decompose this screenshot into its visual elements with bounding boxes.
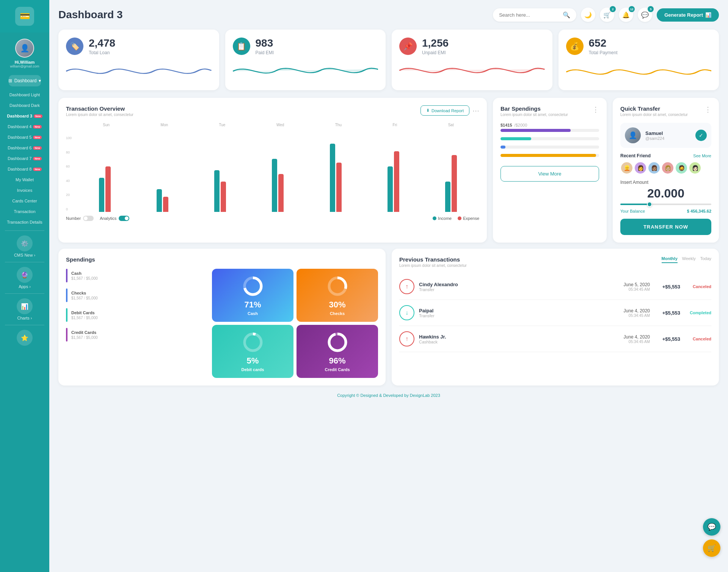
stat-label-loan: Total Loan	[89, 50, 115, 55]
view-more-button[interactable]: View More	[500, 166, 599, 182]
bar-spendings-more-icon[interactable]: ⋮	[592, 105, 599, 114]
charts-icon-button[interactable]: 📊	[17, 298, 33, 314]
sidebar-item-label: Dashboard 7	[8, 156, 31, 161]
sidebar-item-cardscenter[interactable]: Cards Center	[0, 196, 49, 206]
sidebar-item-transactiondetails[interactable]: Transaction Details	[0, 217, 49, 227]
cms-icon-button[interactable]: ⚙️	[17, 235, 33, 251]
friend-avatar-2[interactable]: 👩	[634, 161, 647, 174]
main-content: Dashboard 3 🔍 🌙 🛒 2 🔔 12 💬 5 Generate Re…	[49, 0, 728, 572]
svg-point-4	[245, 334, 261, 351]
more-options-icon[interactable]: ⋯	[472, 107, 479, 115]
tx-type-paipal: Transfer	[419, 313, 619, 318]
bar-teal-wed	[272, 159, 277, 212]
spending-label-cash2: Cash	[71, 271, 98, 276]
apps-label[interactable]: Apps ›	[19, 284, 31, 289]
tx-icon-cindy: ↑	[399, 279, 414, 294]
quick-transfer-more-icon[interactable]: ⋮	[704, 105, 711, 114]
transaction-overview-header: Transaction Overview Lorem ipsum dolor s…	[66, 105, 479, 117]
notification-button[interactable]: 🔔 12	[619, 8, 633, 22]
notification-badge: 12	[629, 6, 635, 12]
sidebar-item-dashboard4[interactable]: Dashboard 4New	[0, 121, 49, 132]
tx-name-cindy: Cindy Alexandro	[419, 282, 619, 287]
cart-fab[interactable]: 🛒	[703, 539, 720, 557]
previous-transactions-card: Previous Transactions Lorem ipsum dolor …	[392, 249, 719, 386]
chart-label-fri: Fri	[393, 123, 397, 127]
analytics-toggle-switch[interactable]	[119, 216, 129, 221]
chart-label-tue: Tue	[219, 123, 226, 127]
tx-tab-monthly[interactable]: Monthly	[662, 256, 678, 263]
sidebar-item-invoices[interactable]: Invoices	[0, 185, 49, 196]
amount-slider-fill	[620, 204, 648, 205]
income-label: Income	[438, 216, 452, 221]
spending-sub-debit: $1,567 / $5,000	[71, 316, 98, 320]
tx-type-cindy: Transfer	[419, 287, 619, 292]
sidebar-item-label: Dashboard 6	[8, 146, 31, 150]
bar-group-fri	[388, 151, 399, 212]
bar-red-tue	[221, 182, 226, 212]
transaction-overview-subtitle: Lorem ipsum dolor sit amet, consectetur	[66, 113, 133, 117]
transfer-now-button[interactable]: TRANSFER NOW	[620, 219, 711, 235]
y-axis-80: 80	[66, 150, 77, 154]
bar-red-thu	[336, 163, 342, 212]
download-icon: ⬇	[426, 108, 430, 113]
see-more-link[interactable]: See More	[693, 154, 711, 158]
tx-info-hawkins: Hawkins Jr. Cashback	[419, 334, 619, 344]
sidebar-item-dashboard-dark[interactable]: Dashboard Dark	[0, 100, 49, 111]
table-row: ↑ Cindy Alexandro Transfer June 5, 2020 …	[399, 274, 711, 300]
sidebar-logo-icon[interactable]: 💳	[15, 7, 34, 26]
fav-icon-button[interactable]: ⭐	[17, 330, 33, 346]
donut-pct-debit: 5%	[247, 356, 259, 366]
cms-label[interactable]: CMS New ›	[14, 253, 35, 257]
bar-teal-mon	[157, 189, 162, 212]
new-badge: New	[33, 125, 41, 129]
friend-avatar-3[interactable]: 👩🏽	[648, 161, 661, 174]
friend-avatar-1[interactable]: 👱	[620, 161, 633, 174]
bar-red-sat	[452, 155, 457, 212]
support-fab[interactable]: 💬	[703, 518, 720, 536]
bar-teal-thu	[330, 144, 335, 212]
friend-avatar-6[interactable]: 👩🏻	[689, 161, 701, 174]
spending-item-debit: Debit Cards $1,567 / $5,000	[66, 308, 204, 322]
friend-avatar-5[interactable]: 🧔	[675, 161, 688, 174]
search-icon[interactable]: 🔍	[563, 11, 570, 19]
apps-icon-button[interactable]: 🔮	[17, 267, 33, 283]
message-button[interactable]: 💬 5	[638, 8, 652, 22]
charts-arrow: ›	[31, 316, 32, 320]
spending-bar-credit	[66, 328, 67, 342]
amount-slider[interactable]	[620, 204, 711, 205]
sidebar-item-dashboard8[interactable]: Dashboard 8New	[0, 164, 49, 174]
tx-tab-today[interactable]: Today	[700, 256, 711, 263]
sidebar-item-dashboard6[interactable]: Dashboard 6New	[0, 143, 49, 153]
sidebar-user: 👤 Hi,William william@gmail.com	[10, 33, 39, 72]
sidebar-item-dashboard-light[interactable]: Dashboard Light	[0, 89, 49, 100]
chart-label-sun: Sun	[103, 123, 110, 127]
tx-info-cindy: Cindy Alexandro Transfer	[419, 282, 619, 292]
sidebar-item-label: Dashboard Light	[9, 92, 40, 97]
search-box: 🔍	[493, 8, 576, 22]
new-badge: New	[33, 146, 41, 150]
tx-name-hawkins: Hawkins Jr.	[419, 334, 619, 340]
sidebar-item-mywallet[interactable]: My Wallet	[0, 174, 49, 185]
friend-avatar-4[interactable]: 👩🏼	[661, 161, 674, 174]
search-input[interactable]	[499, 12, 560, 18]
download-label: Download Report	[431, 108, 464, 113]
cart-badge: 2	[610, 6, 616, 12]
number-toggle-switch[interactable]	[83, 216, 94, 221]
dark-mode-toggle[interactable]: 🌙	[581, 8, 595, 22]
generate-report-button[interactable]: Generate Report 📊	[657, 8, 719, 22]
sidebar-item-transaction[interactable]: Transaction	[0, 206, 49, 217]
cart-button[interactable]: 🛒 2	[600, 8, 614, 22]
sidebar-item-dashboard3[interactable]: Dashboard 3New	[0, 111, 49, 121]
spending-item-checks: Checks $1,567 / $5,000	[66, 288, 204, 302]
sidebar-dashboard-toggle[interactable]: ⊞ Dashboard ▾	[9, 75, 41, 86]
spending-item-credit: Credit Cards $1,567 / $5,000	[66, 328, 204, 342]
bar-red-mon	[163, 197, 168, 212]
charts-label[interactable]: Charts ›	[17, 316, 32, 320]
download-report-button[interactable]: ⬇ Download Report	[420, 105, 469, 116]
sidebar-item-dashboard5[interactable]: Dashboard 5New	[0, 132, 49, 143]
tx-tab-weekly[interactable]: Weekly	[682, 256, 696, 263]
spending-sub-checks: $1,567 / $5,000	[71, 296, 98, 300]
sidebar-item-dashboard7[interactable]: Dashboard 7New	[0, 153, 49, 164]
donut-card-checks: 30% Checks	[297, 269, 378, 322]
sidebar-nav: Dashboard Light Dashboard Dark Dashboard…	[0, 89, 49, 349]
